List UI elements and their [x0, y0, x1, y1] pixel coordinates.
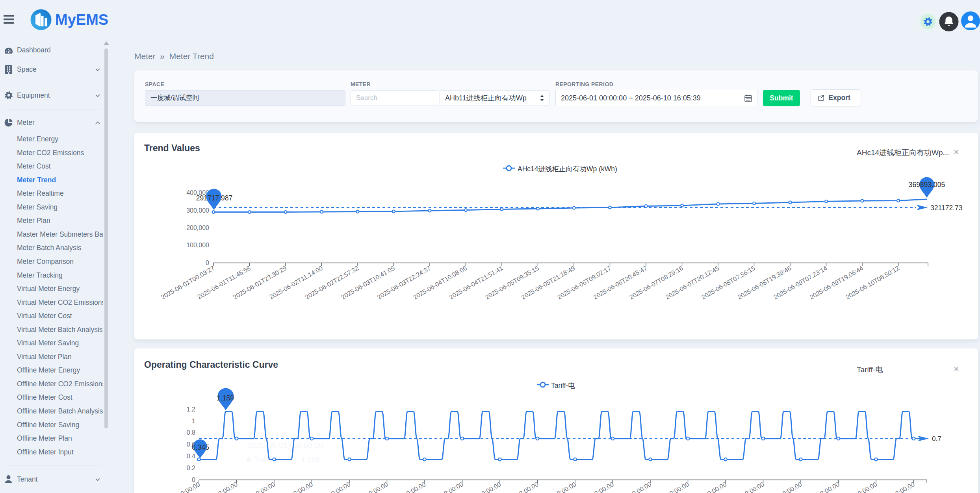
svg-text:291717.987: 291717.987: [196, 194, 232, 202]
svg-text:369893.005: 369893.005: [909, 181, 945, 189]
svg-text:0: 0: [206, 259, 209, 266]
svg-text:100,000: 100,000: [186, 242, 209, 248]
svg-text:200,000: 200,000: [186, 224, 209, 231]
svg-text:300,000: 300,000: [186, 207, 209, 214]
svg-text:0.345: 0.345: [192, 443, 209, 451]
svg-text:0.2: 0.2: [187, 465, 195, 471]
svg-text:1: 1: [192, 418, 195, 424]
svg-text:0.4: 0.4: [187, 453, 195, 460]
svg-text:1.159: 1.159: [301, 456, 320, 464]
svg-text:0.8: 0.8: [187, 429, 195, 436]
svg-text:1.159: 1.159: [217, 394, 234, 402]
svg-text:1.2: 1.2: [187, 406, 195, 413]
svg-text:0.7: 0.7: [932, 435, 941, 443]
svg-text:2025-06-01T08:00:00: 2025-06-01T08:00:00: [247, 441, 323, 450]
svg-text:321172.73: 321172.73: [930, 204, 962, 212]
